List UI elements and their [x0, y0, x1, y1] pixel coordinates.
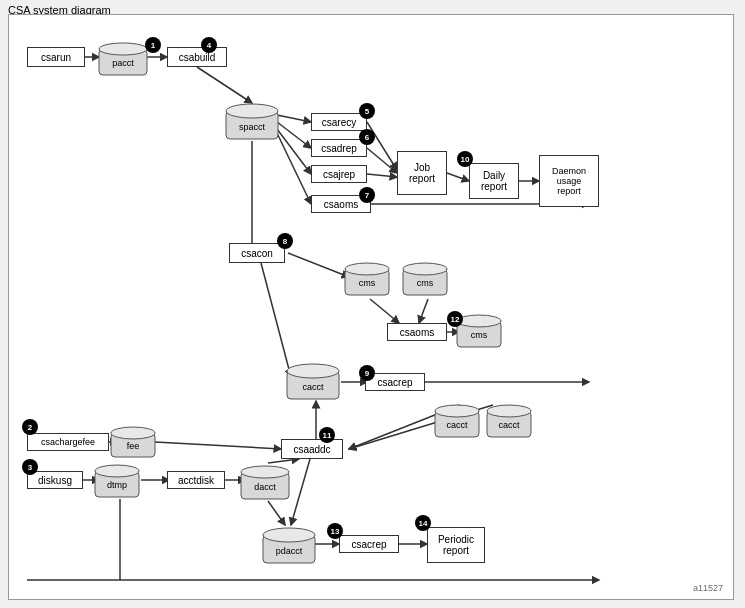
svg-text:pacct: pacct [112, 58, 134, 68]
svg-line-2 [197, 67, 252, 103]
pdacct-cylinder: pdacct [261, 523, 317, 569]
num-10: 10 [457, 151, 473, 167]
csaaddc-box: csaaddc [281, 439, 343, 459]
jobreport-box: Job report [397, 151, 447, 195]
num-6: 6 [359, 129, 375, 145]
csarun-box: csarun [27, 47, 85, 67]
svg-point-37 [99, 43, 147, 55]
svg-line-4 [277, 122, 311, 148]
num-14: 14 [415, 515, 431, 531]
svg-point-61 [111, 427, 155, 439]
num-5: 5 [359, 103, 375, 119]
svg-point-67 [241, 466, 289, 478]
periodicreport-box: Periodic report [427, 527, 485, 563]
num-2: 2 [22, 419, 38, 435]
cms2-cylinder: cms [401, 259, 449, 301]
svg-text:fee: fee [127, 441, 140, 451]
num-8: 8 [277, 233, 293, 249]
diskusg-box: diskusg [27, 471, 83, 489]
svg-point-64 [95, 465, 139, 477]
svg-line-6 [367, 122, 397, 170]
svg-point-52 [287, 364, 339, 378]
svg-text:pdacct: pdacct [276, 546, 303, 556]
svg-text:cacct: cacct [446, 420, 468, 430]
outer-container: CSA system diagram [0, 0, 745, 608]
svg-text:dacct: dacct [254, 482, 276, 492]
svg-point-40 [226, 104, 278, 118]
num-4: 4 [201, 37, 217, 53]
num-9: 9 [359, 365, 375, 381]
svg-point-70 [263, 528, 315, 542]
svg-line-7 [367, 148, 397, 173]
svg-text:cacct: cacct [302, 382, 324, 392]
csabuild-box: csabuild [167, 47, 227, 67]
dailyreport-box: Daily report [469, 163, 519, 199]
cms1-cylinder: cms [343, 259, 391, 301]
svg-text:dtmp: dtmp [107, 480, 127, 490]
num-1: 1 [145, 37, 161, 53]
cacct-main-cylinder: cacct [285, 359, 341, 405]
csacrep2-box: csacrep [339, 535, 399, 553]
svg-text:cms: cms [359, 278, 376, 288]
acctdisk-box: acctdisk [167, 471, 225, 489]
svg-line-16 [370, 299, 399, 323]
daemonreport-box: Daemon usage report [539, 155, 599, 207]
spacct-cylinder: spacct [224, 99, 280, 145]
pacct-cylinder: pacct [97, 39, 149, 79]
svg-point-58 [487, 405, 531, 417]
cacct2-cylinder: cacct [433, 401, 481, 443]
svg-text:cms: cms [471, 330, 488, 340]
svg-point-46 [403, 263, 447, 275]
csarecy-box: csarecy [311, 113, 367, 131]
num-7: 7 [359, 187, 375, 203]
dacct-cylinder: dacct [239, 461, 291, 505]
svg-text:cacct: cacct [498, 420, 520, 430]
svg-text:spacct: spacct [239, 122, 266, 132]
csadrep-box: csadrep [311, 139, 367, 157]
svg-line-13 [288, 253, 349, 277]
svg-line-9 [447, 173, 469, 181]
diagram-area: csarun csabuild csarecy csadrep csajrep … [8, 14, 734, 600]
svg-line-17 [419, 299, 428, 323]
svg-line-12 [277, 133, 311, 204]
num-11: 11 [319, 427, 335, 443]
num-12: 12 [447, 311, 463, 327]
num-3: 3 [22, 459, 38, 475]
num-13: 13 [327, 523, 343, 539]
watermark: a11527 [693, 583, 723, 593]
svg-point-43 [345, 263, 389, 275]
svg-point-55 [435, 405, 479, 417]
svg-line-24 [155, 442, 281, 449]
csajrep-box: csajrep [311, 165, 367, 183]
svg-point-49 [457, 315, 501, 327]
svg-text:cms: cms [417, 278, 434, 288]
svg-line-8 [367, 174, 397, 177]
csachargefee-box: csachargefee [27, 433, 109, 451]
svg-line-3 [277, 115, 311, 122]
cacct3-cylinder: cacct [485, 401, 533, 443]
fee-cylinder: fee [109, 423, 157, 463]
arrows-svg [9, 15, 733, 599]
svg-line-5 [277, 129, 311, 174]
dtmp-cylinder: dtmp [93, 461, 141, 503]
svg-line-30 [291, 459, 310, 525]
csaoms2-box: csaoms [387, 323, 447, 341]
csacon-box: csacon [229, 243, 285, 263]
